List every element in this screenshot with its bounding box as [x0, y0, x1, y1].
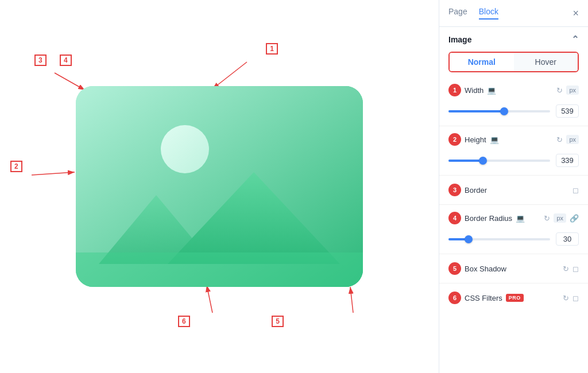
svg-line-4 — [350, 287, 353, 313]
height-slider-thumb[interactable] — [479, 157, 487, 165]
state-normal-button[interactable]: Normal — [450, 53, 514, 71]
border-radius-slider-row: 30 — [439, 230, 588, 251]
annotation-4: 4 — [60, 55, 72, 66]
border-radius-reset-icon[interactable]: ↻ — [544, 214, 550, 223]
annotation-label-2: 2 — [10, 161, 22, 172]
border-radius-value[interactable]: 30 — [556, 232, 579, 246]
annotation-label-3: 3 — [34, 55, 47, 66]
svg-point-7 — [161, 125, 209, 173]
box-shadow-icons: ↻ ◻ — [563, 265, 579, 273]
css-filters-num: 6 — [448, 292, 461, 304]
height-icons: ↻ px — [556, 135, 579, 144]
annotation-2: 2 — [10, 161, 22, 172]
border-radius-link-icon[interactable]: 🔗 — [570, 214, 579, 223]
box-shadow-property: 5 Box Shadow ↻ ◻ — [439, 257, 588, 281]
settings-panel: Page Block × Image ⌃ Normal Hover 1 Widt… — [439, 0, 588, 373]
width-label: Width — [465, 86, 483, 95]
width-monitor-icon[interactable]: 💻 — [487, 86, 496, 95]
section-image-header: Image ⌃ — [439, 27, 588, 52]
width-slider-row: 539 — [439, 102, 588, 123]
border-radius-slider-track[interactable] — [448, 238, 550, 240]
box-shadow-reset-icon[interactable]: ↻ — [563, 265, 569, 273]
annotation-5: 5 — [272, 316, 284, 327]
border-radius-icons: ↻ px 🔗 — [544, 213, 579, 223]
css-filters-icons: ↻ ◻ — [563, 294, 579, 302]
height-slider-row: 339 — [439, 151, 588, 173]
border-radius-unit[interactable]: px — [554, 213, 566, 223]
height-value[interactable]: 339 — [556, 154, 579, 167]
image-preview — [76, 86, 363, 287]
width-num: 1 — [448, 84, 461, 96]
section-title: Image — [448, 35, 471, 44]
height-label-left: 2 Height 💻 — [448, 133, 499, 146]
height-slider-fill — [448, 160, 483, 162]
panel-tabs: Page Block — [448, 7, 498, 20]
box-shadow-settings-icon[interactable]: ◻ — [572, 265, 579, 273]
svg-line-1 — [212, 62, 247, 89]
width-label-row: 1 Width 💻 ↻ px — [448, 84, 579, 96]
annotation-3: 3 — [34, 55, 47, 66]
svg-line-2 — [32, 172, 75, 175]
tab-block[interactable]: Block — [479, 7, 498, 20]
state-hover-button[interactable]: Hover — [514, 53, 578, 71]
width-label-left: 1 Width 💻 — [448, 84, 496, 96]
border-radius-num: 4 — [448, 212, 461, 224]
border-property: 3 Border ◻ — [439, 178, 588, 202]
panel-header: Page Block × — [439, 0, 588, 27]
width-reset-icon[interactable]: ↻ — [556, 86, 563, 95]
width-property: 1 Width 💻 ↻ px — [439, 79, 588, 102]
border-label: Border — [465, 186, 487, 195]
border-radius-label: Border Radius — [465, 214, 512, 223]
image-placeholder-svg — [76, 86, 363, 287]
annotation-1: 1 — [266, 43, 278, 55]
width-slider-thumb[interactable] — [500, 107, 508, 115]
css-filters-settings-icon[interactable]: ◻ — [572, 294, 579, 302]
height-property: 2 Height 💻 ↻ px — [439, 129, 588, 151]
annotation-label-1: 1 — [266, 43, 278, 55]
divider-3 — [439, 204, 588, 205]
width-slider-track[interactable] — [448, 110, 550, 112]
annotation-label-4: 4 — [60, 55, 72, 66]
height-unit[interactable]: px — [566, 135, 579, 144]
height-num: 2 — [448, 133, 461, 146]
border-num: 3 — [448, 184, 461, 196]
css-filters-property: 6 CSS Filters PRO ↻ ◻ — [439, 286, 588, 310]
tab-page[interactable]: Page — [448, 7, 467, 20]
box-shadow-num: 5 — [448, 262, 461, 275]
divider-4 — [439, 254, 588, 254]
height-slider-track[interactable] — [448, 160, 550, 162]
divider-1 — [439, 126, 588, 126]
close-button[interactable]: × — [572, 8, 579, 18]
svg-line-5 — [207, 285, 212, 313]
css-filters-label-left: 6 CSS Filters PRO — [448, 292, 524, 304]
width-icons: ↻ px — [556, 86, 579, 95]
width-unit[interactable]: px — [566, 86, 579, 95]
css-filters-label: CSS Filters — [465, 294, 502, 302]
border-icons: ◻ — [572, 186, 579, 195]
border-settings-icon[interactable]: ◻ — [572, 186, 579, 195]
chevron-up-icon[interactable]: ⌃ — [571, 34, 579, 45]
border-radius-monitor-icon[interactable]: 💻 — [516, 214, 525, 223]
svg-rect-10 — [76, 252, 363, 287]
preview-area: 1 2 3 4 5 6 — [0, 0, 439, 373]
annotation-label-5: 5 — [272, 316, 284, 327]
width-slider-fill — [448, 110, 504, 112]
border-label-left: 3 Border — [448, 184, 487, 196]
state-toggle: Normal Hover — [448, 52, 579, 72]
annotation-6: 6 — [178, 316, 190, 327]
border-radius-label-row: 4 Border Radius 💻 ↻ px 🔗 — [448, 212, 579, 224]
pro-badge: PRO — [506, 294, 524, 302]
border-radius-slider-thumb[interactable] — [465, 235, 473, 243]
annotation-label-6: 6 — [178, 316, 190, 327]
box-shadow-label-left: 5 Box Shadow — [448, 262, 506, 275]
css-filters-reset-icon[interactable]: ↻ — [563, 294, 569, 302]
divider-5 — [439, 283, 588, 283]
height-label-row: 2 Height 💻 ↻ px — [448, 133, 579, 146]
height-label: Height — [465, 135, 486, 144]
box-shadow-label: Box Shadow — [465, 265, 506, 273]
height-reset-icon[interactable]: ↻ — [556, 135, 563, 144]
height-monitor-icon[interactable]: 💻 — [490, 135, 499, 144]
divider-2 — [439, 175, 588, 176]
border-radius-property: 4 Border Radius 💻 ↻ px 🔗 — [439, 207, 588, 230]
width-value[interactable]: 539 — [556, 104, 579, 118]
